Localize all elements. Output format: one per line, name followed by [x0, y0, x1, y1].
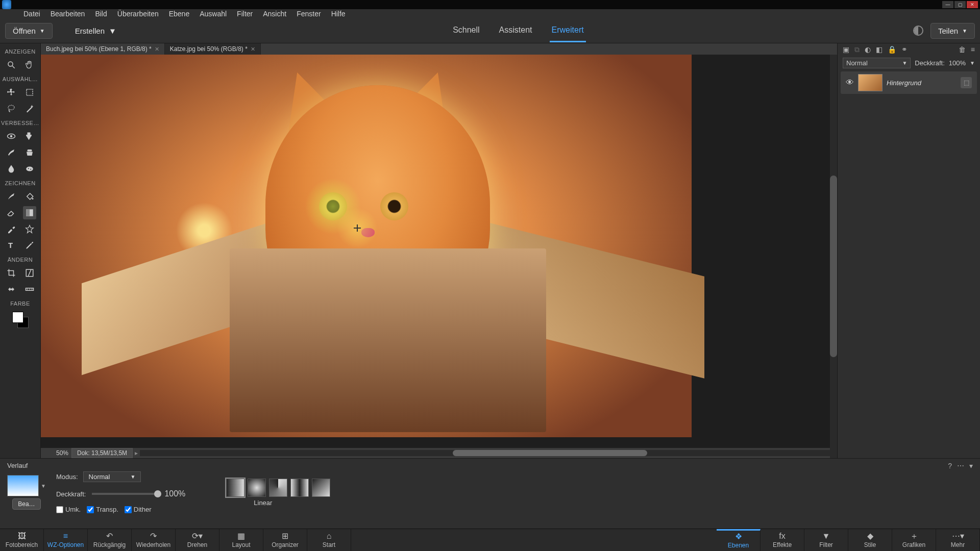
redo-button[interactable]: ↷ Wiederholen [132, 529, 176, 551]
chevron-down-icon[interactable]: ▼ [41, 483, 46, 489]
scrollbar-thumb[interactable] [453, 450, 647, 456]
tool-options-button[interactable]: ≡ WZ-Optionen [44, 529, 88, 551]
collapse-icon[interactable]: ▾ [969, 462, 973, 470]
menu-bearbeiten[interactable]: Bearbeiten [45, 10, 90, 18]
spot-heal-tool[interactable] [23, 130, 36, 143]
gradient-angle[interactable] [269, 479, 287, 497]
gradient-reflected[interactable] [290, 479, 309, 497]
menu-auswahl[interactable]: Auswahl [194, 10, 232, 18]
tab-assistent[interactable]: Assistent [497, 19, 534, 42]
smart-brush-tool[interactable] [5, 146, 18, 159]
opacity-slider[interactable] [92, 493, 158, 495]
type-tool[interactable]: T [5, 239, 18, 252]
share-button[interactable]: Teilen ▼ [930, 23, 975, 39]
chevron-right-icon[interactable]: ▸ [135, 449, 138, 457]
visibility-toggle-icon[interactable]: 👁 [846, 78, 854, 87]
undo-button[interactable]: ↶ Rückgängig [88, 529, 132, 551]
more-tab[interactable]: ⋯▾ Mehr [936, 529, 980, 551]
blend-mode-select[interactable]: Normal ▼ [843, 58, 911, 68]
move-tool[interactable] [5, 86, 18, 99]
new-layer-icon[interactable]: ▣ [843, 45, 849, 54]
document-size[interactable]: Dok: 13,5M/13,5M [71, 448, 133, 458]
content-aware-move-tool[interactable] [5, 283, 18, 296]
menu-ueberarbeiten[interactable]: Überarbeiten [112, 10, 164, 18]
zoom-tool[interactable] [5, 58, 18, 71]
foreground-color-swatch[interactable] [12, 312, 23, 323]
eyedropper-tool[interactable] [5, 222, 18, 236]
lock-layer-icon[interactable]: 🔒 [888, 45, 896, 54]
photobin-button[interactable]: 🖼 Fotobereich [0, 529, 44, 551]
menu-filter[interactable]: Filter [232, 10, 258, 18]
menu-hilfe[interactable]: Hilfe [326, 10, 351, 18]
scrollbar-thumb[interactable] [830, 176, 837, 357]
maximize-button[interactable]: ▢ [954, 1, 966, 8]
gradient-linear[interactable] [226, 479, 244, 497]
menu-ebene[interactable]: Ebene [164, 10, 194, 18]
shape-tool[interactable] [23, 222, 36, 236]
brush-tool[interactable] [5, 190, 18, 203]
create-button[interactable]: Erstellen ▼ [68, 23, 124, 38]
link-layers-icon[interactable]: ⚭ [901, 45, 908, 54]
panel-menu-icon[interactable]: ⋯ [957, 462, 964, 470]
gradient-radial[interactable] [248, 479, 266, 497]
menu-ansicht[interactable]: Ansicht [258, 10, 291, 18]
open-button[interactable]: Öffnen ▼ [5, 23, 53, 39]
gradient-preview[interactable] [7, 475, 39, 496]
layer-name[interactable]: Hintergrund [887, 79, 957, 87]
magic-wand-tool[interactable] [23, 102, 36, 115]
help-icon[interactable]: ? [948, 462, 952, 470]
organizer-button[interactable]: ⊞ Organizer [263, 529, 307, 551]
pencil-tool[interactable] [23, 239, 36, 252]
gradient-diamond[interactable] [312, 479, 330, 497]
close-icon[interactable]: ✕ [251, 46, 255, 53]
filter-tab[interactable]: ▼ Filter [804, 529, 848, 551]
layers-tab[interactable]: ❖ Ebenen [717, 529, 761, 551]
trash-icon[interactable]: 🗑 [959, 45, 966, 54]
layout-button[interactable]: ▦ Layout [219, 529, 263, 551]
eraser-tool[interactable] [5, 206, 18, 219]
menu-bild[interactable]: Bild [90, 10, 112, 18]
recompose-tool[interactable] [23, 266, 36, 280]
tab-erweitert[interactable]: Erweitert [550, 19, 586, 42]
doctab-buch[interactable]: Buch.jpeg bei 50% (Ebene 1, RGB/8) * ✕ [41, 43, 165, 55]
clone-stamp-tool[interactable] [23, 146, 36, 159]
blur-tool[interactable] [5, 162, 18, 176]
transparency-checkbox[interactable]: Transp. [87, 506, 118, 513]
color-swatches[interactable] [12, 312, 29, 328]
home-button[interactable]: ⌂ Start [307, 529, 351, 551]
panel-menu-icon[interactable]: ≡ [971, 45, 975, 54]
hand-tool[interactable] [23, 58, 36, 71]
styles-tab[interactable]: ◆ Stile [848, 529, 892, 551]
mode-select[interactable]: Normal ▼ [83, 471, 141, 482]
close-icon[interactable]: ✕ [155, 46, 159, 53]
lock-icon[interactable]: ⬚ [961, 77, 972, 88]
reverse-checkbox[interactable]: Umk. [56, 506, 81, 513]
chevron-down-icon[interactable]: ▼ [970, 60, 975, 66]
opacity-value[interactable]: 100% [949, 59, 966, 67]
menu-fenster[interactable]: Fenster [291, 10, 326, 18]
gradient-tool[interactable] [23, 206, 36, 219]
sponge-tool[interactable] [23, 162, 36, 176]
canvas[interactable] [41, 55, 837, 448]
tab-schnell[interactable]: Schnell [451, 19, 481, 42]
doctab-katze[interactable]: Katze.jpg bei 50% (RGB/8) * ✕ [165, 43, 261, 55]
slider-thumb[interactable] [154, 490, 161, 497]
layer-group-icon[interactable]: ⧉ [854, 45, 860, 54]
rotate-button[interactable]: ⟳▾ Drehen [176, 529, 219, 551]
menu-datei[interactable]: Datei [18, 10, 45, 18]
minimize-button[interactable]: — [942, 1, 953, 8]
adjustment-layer-icon[interactable]: ◐ [865, 45, 871, 54]
layer-mask-icon[interactable]: ◧ [876, 45, 883, 54]
layer-thumbnail[interactable] [858, 74, 883, 91]
paint-bucket-tool[interactable] [23, 190, 36, 203]
marquee-tool[interactable] [23, 86, 36, 99]
graphics-tab[interactable]: ＋ Grafiken [892, 529, 936, 551]
layer-row[interactable]: 👁 Hintergrund ⬚ [841, 71, 977, 94]
vertical-scrollbar[interactable] [830, 55, 837, 458]
crop-tool[interactable] [5, 266, 18, 280]
dither-checkbox[interactable]: Dither [125, 506, 152, 513]
theme-toggle-icon[interactable] [913, 26, 923, 36]
edit-gradient-button[interactable]: Bea… [12, 498, 40, 510]
redeye-tool[interactable] [5, 130, 18, 143]
zoom-level[interactable]: 50% [41, 449, 71, 457]
